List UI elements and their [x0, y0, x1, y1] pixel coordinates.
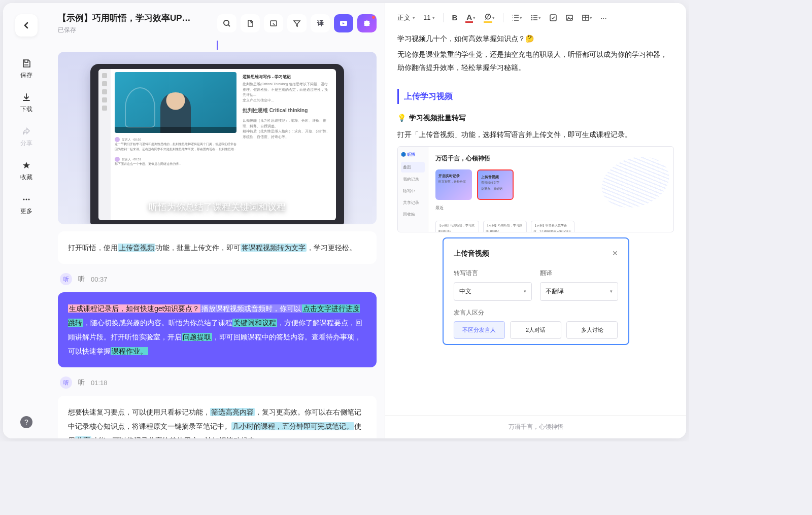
transcript-segment[interactable]: 生成课程记录后，如何快速get知识要点？播放课程视频或音频时，你可以点击文字进行… [58, 292, 377, 367]
sidebar-item-label: 收藏 [20, 173, 32, 182]
sidebar-item-download[interactable]: 下载 [9, 88, 44, 119]
lang-select[interactable]: 中文▾ [454, 282, 532, 301]
search-icon [223, 19, 231, 27]
filter-button[interactable] [287, 14, 307, 32]
help-button[interactable]: ? [20, 416, 32, 428]
bulb-icon: 💡 [397, 111, 406, 125]
document-title: 【示例】巧用听悟，学习效率UP… [58, 12, 210, 24]
card-icon [269, 19, 278, 27]
export-button[interactable] [241, 14, 260, 32]
upload-dialog: 上传音视频 ✕ 转写语言 中文▾ 翻译 不翻译▾ 发言人区分 不区分发言人 [443, 237, 629, 345]
download-icon [21, 92, 32, 103]
speaker-label: 发言人区分 [454, 307, 618, 319]
speaker-name: 听 [78, 378, 85, 387]
sidebar-item-share[interactable]: 分享 [9, 122, 44, 153]
chevron-left-icon [22, 21, 30, 29]
sidebar-item-label: 分享 [20, 139, 32, 148]
more-button[interactable]: ··· [600, 13, 607, 22]
trans-label: 翻译 [540, 267, 618, 279]
chevron-down-icon: ▾ [432, 15, 435, 20]
svg-point-2 [28, 199, 30, 200]
style-select[interactable]: 正文▾ [397, 13, 415, 22]
more-icon [21, 194, 32, 205]
trans-select[interactable]: 不翻译▾ [540, 282, 618, 301]
video-preview[interactable]: 发言人 · 00:30 这一节我们开始学习逻辑和批判性思维的，批判性思维和逻辑是… [58, 52, 377, 224]
card-button[interactable] [264, 14, 283, 32]
table-icon [582, 14, 590, 22]
svg-point-0 [23, 199, 25, 200]
speaker-tab-none[interactable]: 不区分发言人 [454, 321, 505, 339]
image-button[interactable] [565, 14, 573, 22]
video-subtitle: 听悟为你总结了课程关键词和议程 [149, 201, 286, 213]
ai-button[interactable] [357, 14, 377, 32]
transcript-segment[interactable]: 打开听悟，使用上传音视频功能，批量上传文件，即可将课程视频转为文字，学习更轻松。 [58, 231, 377, 264]
svg-point-8 [531, 19, 532, 20]
table-button[interactable]: ▾ [582, 14, 592, 22]
translate-icon: 译 [317, 19, 324, 28]
back-button[interactable] [15, 14, 38, 37]
speaker-tab-two[interactable]: 2人对话 [510, 321, 561, 339]
checkbox-button[interactable] [549, 14, 557, 22]
chevron-down-icon: ▾ [610, 287, 613, 296]
speaker-tab-multi[interactable]: 多人讨论 [566, 321, 618, 339]
speaker-avatar: 听 [60, 273, 72, 285]
subsection-heading: 💡学习视频批量转写 [397, 111, 674, 125]
dialog-title: 上传音视频 [454, 247, 489, 260]
intro-line-1: 学习视频几十个，如何高效掌握知识点？🤔 [397, 32, 674, 46]
search-button[interactable] [217, 14, 236, 32]
sidebar-item-label: 下载 [20, 105, 32, 114]
cursor-marker [58, 42, 377, 49]
timestamp[interactable]: 00:37 [91, 276, 108, 283]
export-icon [246, 19, 254, 27]
share-icon [21, 126, 32, 137]
checkbox-icon [549, 14, 557, 22]
sidebar-item-save[interactable]: 保存 [9, 54, 44, 85]
embedded-screenshot: 🔵 听悟 首页 我的记录 转写中 共享记录 回收站 万语千言，心领神悟 开启实时… [397, 146, 674, 232]
sidebar-item-label: 更多 [20, 207, 32, 216]
speaker-avatar: 听 [60, 376, 72, 389]
bold-button[interactable]: B [452, 13, 457, 22]
sidebar-item-label: 保存 [20, 71, 32, 80]
svg-point-7 [531, 17, 532, 18]
image-icon [565, 14, 573, 22]
timestamp[interactable]: 01:18 [91, 379, 108, 387]
star-icon [21, 160, 32, 171]
video-button[interactable] [334, 14, 353, 32]
svg-point-1 [26, 199, 27, 200]
ordered-list-button[interactable]: ▾ [512, 14, 522, 22]
intro-line-2: 无论你是课业繁重的学生党，还是抽空充电的职场人，听悟都可以成为你的学习神器，助你… [397, 48, 674, 75]
ordered-list-icon [512, 14, 520, 22]
size-select[interactable]: 11▾ [423, 14, 435, 21]
svg-point-3 [224, 20, 229, 25]
sidebar-item-more[interactable]: 更多 [9, 190, 44, 221]
chevron-down-icon: ▾ [524, 287, 526, 296]
subsection-desc: 打开「上传音视频」功能，选择转写语言并上传文件，即可生成课程记录。 [397, 128, 674, 142]
speaker-name: 听 [78, 274, 85, 284]
filter-icon [293, 19, 301, 27]
footer-slogan: 万语千言，心领神悟 [385, 415, 686, 438]
chevron-down-icon: ▾ [413, 15, 415, 20]
highlight-button[interactable]: ∅▾ [484, 12, 495, 23]
bullet-list-icon [530, 14, 538, 22]
close-button[interactable]: ✕ [612, 247, 618, 260]
text-color-button[interactable]: A▾ [465, 13, 476, 23]
save-status: 已保存 [58, 26, 210, 35]
sidebar-item-favorite[interactable]: 收藏 [9, 156, 44, 187]
section-heading: 上传学习视频 [397, 89, 674, 104]
svg-point-6 [531, 15, 532, 16]
lang-label: 转写语言 [454, 267, 532, 279]
puzzle-icon [362, 19, 371, 28]
play-icon [339, 19, 348, 28]
translate-button[interactable]: 译 [311, 14, 330, 32]
save-icon [21, 58, 32, 69]
transcript-segment[interactable]: 想要快速复习要点，可以使用只看标记功能，筛选高亮内容，复习更高效。你可以在右侧笔… [58, 396, 377, 438]
bullet-list-button[interactable]: ▾ [530, 14, 541, 22]
